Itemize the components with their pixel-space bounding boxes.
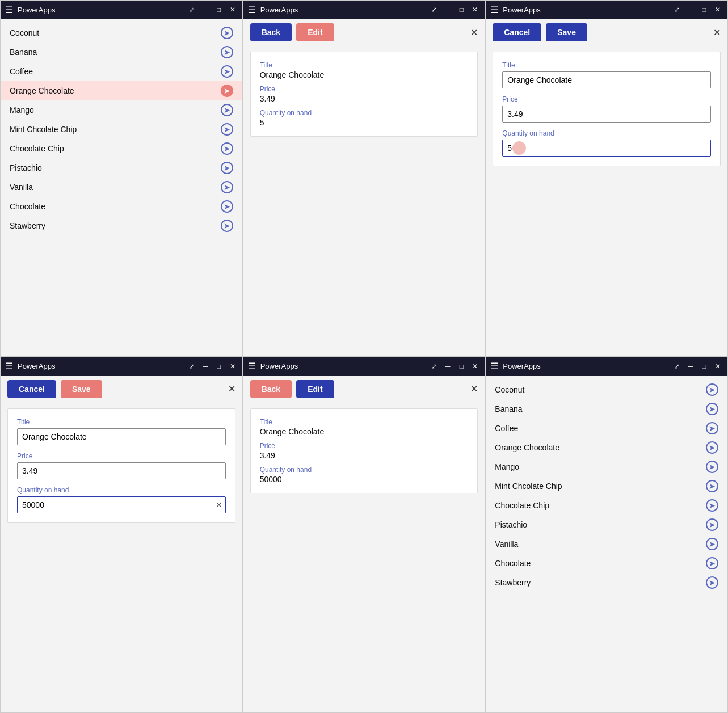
minimize-icon-4[interactable]: ─ [200, 362, 211, 370]
edit-button-5[interactable]: Edit [296, 380, 334, 398]
list-item[interactable]: Mint Chcolate Chip➤ [486, 476, 727, 496]
list-item-arrow-icon[interactable]: ➤ [221, 104, 233, 116]
save-button-4[interactable]: Save [61, 380, 102, 398]
list-item[interactable]: Pistachio➤ [486, 515, 727, 534]
menu-icon-5[interactable]: ☰ [248, 361, 256, 372]
list-item[interactable]: Mango➤ [1, 100, 242, 120]
cancel-button-3[interactable]: Cancel [493, 23, 541, 41]
title-input-4[interactable] [17, 428, 226, 445]
qty-input-wrapper-3 [502, 140, 711, 157]
list-item-text: Vanilla [495, 539, 518, 549]
list-item-arrow-icon[interactable]: ➤ [706, 461, 718, 473]
menu-icon-3[interactable]: ☰ [490, 5, 498, 15]
list-item[interactable]: Vanilla➤ [1, 178, 242, 197]
close-icon-5[interactable]: ✕ [470, 362, 480, 370]
list-item[interactable]: Orange Chocolate➤ [1, 81, 242, 100]
qty-input-3[interactable] [502, 140, 711, 157]
list-item[interactable]: Chocolate➤ [1, 197, 242, 216]
list-item-arrow-icon[interactable]: ➤ [706, 403, 718, 415]
close-icon-4[interactable]: ✕ [228, 362, 238, 370]
list-item-arrow-icon[interactable]: ➤ [706, 538, 718, 550]
expand-icon-1[interactable]: ⤢ [187, 6, 197, 14]
list-item[interactable]: Vanilla➤ [486, 534, 727, 554]
close-icon-6[interactable]: ✕ [713, 362, 723, 370]
list-item-arrow-icon[interactable]: ➤ [221, 85, 233, 97]
list-item-arrow-icon[interactable]: ➤ [706, 499, 718, 512]
list-item[interactable]: Orange Chocolate➤ [486, 438, 727, 457]
expand-icon-6[interactable]: ⤢ [672, 362, 682, 370]
close-icon-2[interactable]: ✕ [470, 6, 480, 14]
menu-icon-2[interactable]: ☰ [248, 5, 256, 15]
list-item[interactable]: Mint Chcolate Chip➤ [1, 120, 242, 139]
maximize-icon-1[interactable]: □ [214, 6, 224, 14]
maximize-icon-2[interactable]: □ [456, 6, 466, 14]
cancel-button-4[interactable]: Cancel [7, 380, 56, 398]
list-item-arrow-icon[interactable]: ➤ [221, 181, 233, 193]
window-controls-2: ⤢ ─ □ ✕ [429, 6, 480, 14]
list-item-arrow-icon[interactable]: ➤ [221, 123, 233, 136]
qty-input-4[interactable] [17, 496, 226, 513]
list-item[interactable]: Stawberry➤ [1, 216, 242, 235]
close-icon-1[interactable]: ✕ [228, 6, 238, 14]
list-item-arrow-icon[interactable]: ➤ [706, 576, 718, 589]
qty-clear-icon-4[interactable]: ✕ [216, 500, 222, 509]
list-item[interactable]: Banana➤ [486, 399, 727, 419]
close-icon-3[interactable]: ✕ [713, 6, 723, 14]
list-item-arrow-icon[interactable]: ➤ [706, 557, 718, 569]
edit-button-2[interactable]: Edit [296, 23, 334, 41]
menu-icon-4[interactable]: ☰ [5, 361, 13, 372]
list-item[interactable]: Chocolate Chip➤ [1, 139, 242, 158]
minimize-icon-2[interactable]: ─ [443, 6, 453, 14]
list-item-arrow-icon[interactable]: ➤ [221, 46, 233, 58]
list-item-text: Pistachio [495, 520, 527, 529]
minimize-icon-1[interactable]: ─ [200, 6, 211, 14]
list-item-arrow-icon[interactable]: ➤ [221, 220, 233, 232]
list-item-arrow-icon[interactable]: ➤ [221, 142, 233, 155]
price-input-3[interactable] [502, 106, 711, 123]
list-item-arrow-icon[interactable]: ➤ [221, 27, 233, 39]
list-item[interactable]: Pistachio➤ [1, 158, 242, 178]
price-input-4[interactable] [17, 462, 226, 479]
maximize-icon-6[interactable]: □ [699, 362, 709, 370]
list-item[interactable]: Coffee➤ [486, 419, 727, 438]
list-item-arrow-icon[interactable]: ➤ [221, 162, 233, 174]
minimize-icon-5[interactable]: ─ [443, 362, 453, 370]
expand-icon-4[interactable]: ⤢ [187, 362, 197, 370]
toolbar-close-3[interactable]: ✕ [713, 27, 721, 38]
expand-icon-2[interactable]: ⤢ [429, 6, 439, 14]
back-button-2[interactable]: Back [250, 23, 292, 41]
list-item-text: Banana [495, 404, 522, 414]
qty-input-wrapper-4: ✕ [17, 496, 226, 513]
minimize-icon-6[interactable]: ─ [685, 362, 696, 370]
menu-icon-1[interactable]: ☰ [5, 5, 13, 15]
list-item-arrow-icon[interactable]: ➤ [221, 65, 233, 78]
list-item[interactable]: Chocolate Chip➤ [486, 496, 727, 515]
maximize-icon-5[interactable]: □ [456, 362, 466, 370]
maximize-icon-4[interactable]: □ [214, 362, 224, 370]
list-item[interactable]: Coffee➤ [1, 62, 242, 81]
list-item[interactable]: Banana➤ [1, 43, 242, 62]
list-item-arrow-icon[interactable]: ➤ [706, 480, 718, 492]
list-item[interactable]: Mango➤ [486, 457, 727, 476]
toolbar-close-4[interactable]: ✕ [228, 383, 235, 394]
list-item[interactable]: Chocolate➤ [486, 554, 727, 573]
expand-icon-3[interactable]: ⤢ [672, 6, 682, 14]
toolbar-close-5[interactable]: ✕ [470, 383, 478, 394]
list-item-text: Chocolate Chip [495, 501, 549, 510]
list-item-arrow-icon[interactable]: ➤ [706, 422, 718, 434]
toolbar-close-2[interactable]: ✕ [470, 27, 478, 38]
maximize-icon-3[interactable]: □ [699, 6, 709, 14]
list-item[interactable]: Stawberry➤ [486, 573, 727, 592]
menu-icon-6[interactable]: ☰ [490, 361, 498, 372]
list-item[interactable]: Coconut➤ [1, 23, 242, 43]
title-input-3[interactable] [502, 71, 711, 88]
list-item-arrow-icon[interactable]: ➤ [221, 200, 233, 213]
list-item-arrow-icon[interactable]: ➤ [706, 518, 718, 531]
back-button-5[interactable]: Back [250, 380, 292, 398]
list-item[interactable]: Coconut➤ [486, 380, 727, 399]
expand-icon-5[interactable]: ⤢ [429, 362, 439, 370]
save-button-3[interactable]: Save [546, 23, 587, 41]
list-item-arrow-icon[interactable]: ➤ [706, 383, 718, 396]
minimize-icon-3[interactable]: ─ [685, 6, 696, 14]
list-item-arrow-icon[interactable]: ➤ [706, 441, 718, 454]
